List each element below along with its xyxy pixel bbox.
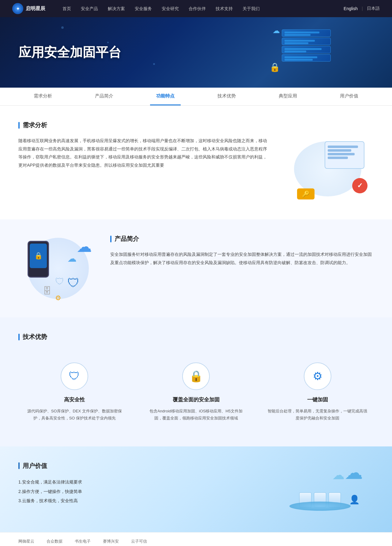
illus-shield-2: 🛡 (55, 276, 64, 287)
tab-value[interactable]: 用户价值 (334, 88, 364, 105)
tech-card-text-3: 智能后台处理，简单易用，无需复杂操作，一键完成高强度保护壳融合和安全加固 (267, 408, 368, 422)
security-illus: ✓ 🔑 (285, 138, 371, 203)
tab-typical[interactable]: 典型应用 (273, 88, 303, 105)
hero-cloud-icon: ☁ (273, 26, 280, 35)
hero-lock-icon: 🔒 (270, 62, 280, 72)
tech-icon-coverage: 🔒 (182, 362, 210, 390)
tech-icon-onekey: ⚙ (304, 362, 331, 390)
tech-icon-security: 🛡 (61, 362, 88, 390)
shield-icon: 🛡 (69, 370, 80, 383)
tech-card-security: 🛡 高安全性 源代码保护、SO库保护、DEX 文件保护、数据加密保护，具备高安全… (18, 353, 131, 431)
hero-dot-2 (107, 42, 109, 43)
footer-partner-1[interactable]: 网御星云 (18, 539, 34, 544)
intro-content: 🔒 ☁ ☁ 🛡 🛡 🗄 ⚙ 产品简介 安全加固服务针对移动应用普遍存在的风险及漏… (18, 235, 374, 302)
intro-text-area: 产品简介 安全加固服务针对移动应用普遍存在的风险及漏洞制定了一套专业的安全加固整… (110, 235, 374, 267)
lang-separator: ｜ (360, 6, 364, 11)
navbar-menu: 首页 安全产品 解决方案 安全服务 安全研究 合作伙伴 技术支持 关于我们 (58, 0, 344, 17)
illus-shield-check: 🛡 (67, 276, 80, 290)
tech-card-text-2: 包含Android移动应用加固、iOS移动应用、H5文件加固，覆盖全面，领跑移动… (146, 408, 246, 422)
navbar-item-home[interactable]: 首页 (58, 0, 76, 17)
footer-partner-3[interactable]: 书生电子 (75, 539, 91, 544)
si-check-badge: ✓ (352, 178, 368, 193)
illus-gear: ⚙ (55, 294, 61, 302)
tab-demand[interactable]: 需求分析 (28, 88, 58, 105)
demand-content: 随着移动互联网业务的高速发展，手机移动应用呈爆发式的增长，移动端用户量也在不断增… (18, 137, 374, 204)
user-value-title: 用户价值 (18, 462, 254, 470)
navbar-item-solutions[interactable]: 解决方案 (103, 0, 130, 17)
intro-illus: 🔒 ☁ ☁ 🛡 🛡 🗄 ⚙ (21, 235, 95, 302)
hero-section: 应用安全加固平台 (0, 17, 392, 88)
tech-card-text-1: 源代码保护、SO库保护、DEX 文件保护、数据加密保护，具备高安全性，SO 保护… (24, 408, 125, 422)
navbar-item-about[interactable]: 关于我们 (238, 0, 265, 17)
demand-section-title: 需求分析 (18, 121, 374, 129)
tab-intro[interactable]: 产品简介 (89, 88, 119, 105)
uv-cloud-icon: ☁ (345, 462, 363, 483)
tabs-bar: 需求分析 产品简介 功能特点 技术优势 典型应用 用户价值 (0, 88, 392, 106)
intro-description: 安全加固服务针对移动应用普遍存在的风险及漏洞制定了一套专业的安全加固整体解决方案… (110, 250, 374, 267)
footer-partner-4[interactable]: 赛博兴安 (103, 539, 119, 544)
user-value-illustration: ☁ ☁ 👤 (266, 462, 374, 517)
navbar-item-services[interactable]: 安全服务 (130, 0, 157, 17)
logo-text: 启明星辰 (26, 6, 45, 12)
tech-cards: 🛡 高安全性 源代码保护、SO库保护、DEX 文件保护、数据加密保护，具备高安全… (18, 353, 374, 431)
tech-card-title-3: 一键加固 (267, 396, 368, 403)
user-value-list: 1.安全合规，满足各法律法规要求 2.操作方便，一键操作，快捷简单 3.云服务，… (18, 477, 254, 506)
navbar-item-research[interactable]: 安全研究 (157, 0, 184, 17)
user-value-item-3: 3.云服务，技术领先，安全性高 (18, 496, 254, 506)
tech-section-title: 技术优势 (18, 333, 374, 341)
uv-person-icon: 👤 (349, 495, 360, 505)
intro-illustration: 🔒 ☁ ☁ 🛡 🛡 🗄 ⚙ (18, 235, 98, 302)
logo-icon (12, 3, 23, 14)
demand-illustration: ✓ 🔑 (282, 137, 374, 204)
illus-phone: 🔒 (28, 241, 49, 278)
tech-card-title-1: 高安全性 (24, 396, 125, 403)
tab-tech[interactable]: 技术优势 (211, 88, 242, 105)
lang-english[interactable]: English (344, 6, 358, 11)
lock-icon: 🔒 (189, 370, 203, 383)
hero-dot-3 (153, 63, 155, 65)
illus-database: 🗄 (43, 286, 51, 296)
si-key-icon: 🔑 (297, 188, 315, 199)
navbar-item-products[interactable]: 安全产品 (76, 0, 103, 17)
tech-card-onekey: ⚙ 一键加固 智能后台处理，简单易用，无需复杂操作，一键完成高强度保护壳融合和安… (261, 353, 374, 431)
navbar-item-support[interactable]: 技术支持 (211, 0, 238, 17)
user-value-text: 用户价值 1.安全合规，满足各法律法规要求 2.操作方便，一键操作，快捷简单 3… (18, 462, 254, 517)
uv-cloud-icon-2: ☁ (332, 468, 345, 482)
tech-card-title-2: 覆盖全面的安全加固 (146, 396, 246, 403)
demand-text: 随着移动互联网业务的高速发展，手机移动应用呈爆发式的增长，移动端用户量也在不断增… (18, 137, 270, 169)
tab-features[interactable]: 功能特点 (150, 88, 181, 105)
illus-cloud-2: ☁ (67, 253, 77, 264)
navbar: 启明星辰 首页 安全产品 解决方案 安全服务 安全研究 合作伙伴 技术支持 关于… (0, 0, 392, 17)
footer-partner-5[interactable]: 云子可信 (131, 539, 147, 544)
uv-illus: ☁ ☁ 👤 (271, 462, 369, 517)
user-value-item-1: 1.安全合规，满足各法律法规要求 (18, 477, 254, 487)
tech-card-coverage: 🔒 覆盖全面的安全加固 包含Android移动应用加固、iOS移动应用、H5文件… (140, 353, 252, 431)
si-screen (325, 141, 364, 169)
illus-phone-screen: 🔒 (30, 244, 47, 268)
intro-section-title: 产品简介 (110, 235, 374, 243)
user-value-item-2: 2.操作方便，一键操作，快捷简单 (18, 487, 254, 496)
uv-platform (289, 502, 351, 511)
tech-section: 技术优势 🛡 高安全性 源代码保护、SO库保护、DEX 文件保护、数据加密保护，… (0, 317, 392, 446)
demand-section: 需求分析 随着移动互联网业务的高速发展，手机移动应用呈爆发式的增长，移动端用户量… (0, 106, 392, 219)
user-value-section: 用户价值 1.安全合规，满足各法律法规要求 2.操作方便，一键操作，快捷简单 3… (0, 446, 392, 532)
navbar-item-partners[interactable]: 合作伙伴 (184, 0, 211, 17)
gear-lock-icon: ⚙ (313, 370, 322, 383)
lang-japanese[interactable]: 日本語 (367, 6, 380, 11)
language-switcher: English ｜ 日本語 (344, 6, 380, 11)
illus-cloud: ☁ (77, 238, 92, 256)
navbar-logo[interactable]: 启明星辰 (12, 3, 45, 14)
hero-server-illustration: 🔒 ☁ (270, 26, 331, 75)
footer-partner-2[interactable]: 合众数据 (47, 539, 62, 544)
hero-dot-1 (61, 26, 64, 29)
footer-partners: 网御星云 合众数据 书生电子 赛博兴安 云子可信 (0, 532, 392, 546)
hero-title: 应用安全加固平台 (18, 44, 121, 61)
product-intro-section: 🔒 ☁ ☁ 🛡 🛡 🗄 ⚙ 产品简介 安全加固服务针对移动应用普遍存在的风险及漏… (0, 219, 392, 317)
